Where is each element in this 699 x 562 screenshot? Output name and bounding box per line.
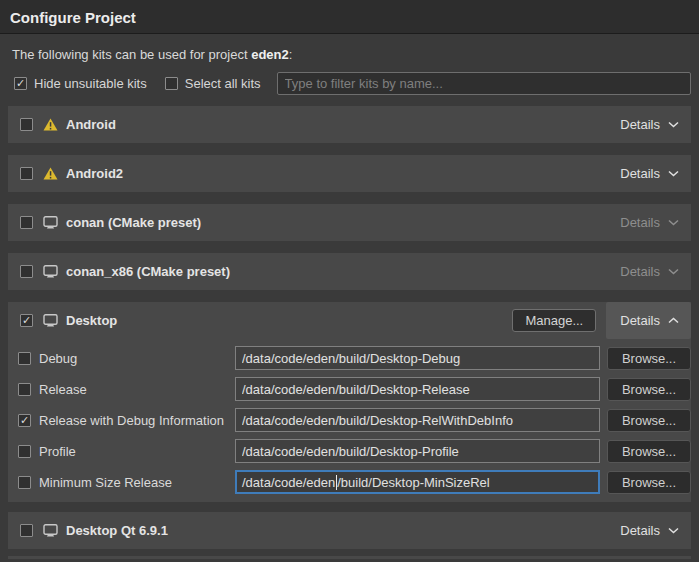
kit-name: Android [66, 117, 116, 132]
kit-name: conan_x86 (CMake preset) [66, 264, 230, 279]
kit-row-android: Android Details [8, 106, 691, 143]
details-button-disabled: Details [606, 204, 691, 241]
browse-button[interactable]: Browse... [607, 378, 691, 401]
monitor-icon [43, 314, 58, 327]
checkbox-unchecked-icon [18, 383, 31, 396]
details-button[interactable]: Details [606, 106, 691, 143]
checkbox-checked-icon [18, 414, 31, 427]
kit-name: Desktop [66, 313, 117, 328]
details-label: Details [620, 523, 660, 538]
checkbox-checked-icon [14, 77, 27, 90]
kit-name: Desktop Qt 6.9.1 [66, 523, 168, 538]
details-button-disabled: Details [606, 253, 691, 290]
project-name: eden2 [251, 47, 289, 62]
path-before-cursor: /data/code/eden [242, 475, 335, 490]
details-label: Details [620, 313, 660, 328]
details-button[interactable]: Details [606, 512, 691, 549]
intro-text: The following kits can be used for proje… [12, 47, 699, 62]
kit-checkbox[interactable] [20, 118, 33, 131]
checkbox-unchecked-icon [18, 445, 31, 458]
warning-icon [43, 167, 58, 180]
chevron-up-icon [668, 317, 679, 324]
config-row-release: Release Browse... [8, 377, 691, 401]
config-label: Release with Debug Information [39, 413, 224, 428]
path-after-cursor: /build/Desktop-MinSizeRel [337, 475, 489, 490]
build-dir-input[interactable] [235, 439, 600, 463]
kit-row-desktop: Desktop Manage... Details [8, 302, 691, 339]
page-title: Configure Project [10, 9, 689, 26]
warning-icon [43, 118, 58, 131]
select-all-kits-checkbox[interactable]: Select all kits [165, 76, 261, 91]
partial-next-kit-row [8, 556, 691, 559]
build-dir-input[interactable] [235, 346, 600, 370]
kit-checkbox[interactable] [20, 524, 33, 537]
config-row-debug: Debug Browse... [8, 346, 691, 370]
kit-filter-input[interactable] [277, 72, 691, 95]
hide-unsuitable-kits-label: Hide unsuitable kits [34, 76, 147, 91]
build-dir-input[interactable] [235, 408, 600, 432]
config-checkbox-group[interactable]: Debug [18, 351, 235, 366]
hide-unsuitable-kits-checkbox[interactable]: Hide unsuitable kits [14, 76, 147, 91]
config-label: Debug [39, 351, 77, 366]
details-button[interactable]: Details [606, 155, 691, 192]
browse-button[interactable]: Browse... [607, 440, 691, 463]
select-all-kits-label: Select all kits [185, 76, 261, 91]
checkbox-unchecked-icon [165, 77, 178, 90]
details-label: Details [620, 166, 660, 181]
config-checkbox-group[interactable]: Minimum Size Release [18, 475, 235, 490]
build-dir-input-focused[interactable]: /data/code/eden/build/Desktop-MinSizeRel [235, 470, 600, 494]
chevron-down-icon [668, 219, 679, 226]
kit-row-desktop-qt-691: Desktop Qt 6.9.1 Details [8, 512, 691, 549]
chevron-down-icon [668, 268, 679, 275]
kit-row-android2: Android2 Details [8, 155, 691, 192]
kit-checkbox[interactable] [20, 216, 33, 229]
config-row-relwithdebinfo: Release with Debug Information Browse... [8, 408, 691, 432]
details-label: Details [620, 215, 660, 230]
config-checkbox-group[interactable]: Release [18, 382, 235, 397]
build-config-list: Debug Browse... Release Browse... Releas… [8, 339, 691, 494]
config-label: Profile [39, 444, 76, 459]
config-label: Minimum Size Release [39, 475, 172, 490]
build-dir-input[interactable] [235, 377, 600, 401]
config-checkbox-group[interactable]: Release with Debug Information [18, 413, 235, 428]
kit-panel-desktop: Desktop Manage... Details Debug Browse..… [8, 302, 691, 502]
intro-suffix: : [289, 47, 293, 62]
config-checkbox-group[interactable]: Profile [18, 444, 235, 459]
details-label: Details [620, 117, 660, 132]
browse-button[interactable]: Browse... [607, 347, 691, 370]
page-header: Configure Project [0, 0, 699, 34]
kit-name: conan (CMake preset) [66, 215, 201, 230]
kit-checkbox[interactable] [20, 314, 33, 327]
kit-row-conan-x86: conan_x86 (CMake preset) Details [8, 253, 691, 290]
kit-row-conan: conan (CMake preset) Details [8, 204, 691, 241]
chevron-down-icon [668, 170, 679, 177]
chevron-down-icon [668, 527, 679, 534]
browse-button[interactable]: Browse... [607, 471, 691, 494]
details-label: Details [620, 264, 660, 279]
details-button[interactable]: Details [606, 302, 691, 339]
config-row-minsizerel: Minimum Size Release /data/code/eden/bui… [8, 470, 691, 494]
checkbox-unchecked-icon [18, 352, 31, 365]
monitor-icon [43, 265, 58, 278]
config-label: Release [39, 382, 87, 397]
kit-checkbox[interactable] [20, 167, 33, 180]
monitor-icon [43, 216, 58, 229]
chevron-down-icon [668, 121, 679, 128]
monitor-icon [43, 524, 58, 537]
filter-controls: Hide unsuitable kits Select all kits [14, 72, 691, 95]
manage-kits-button[interactable]: Manage... [512, 309, 596, 332]
kit-list: Android Details Android2 Details conan (… [0, 106, 699, 559]
config-row-profile: Profile Browse... [8, 439, 691, 463]
kit-name: Android2 [66, 166, 123, 181]
intro-prefix: The following kits can be used for proje… [12, 47, 251, 62]
kit-checkbox[interactable] [20, 265, 33, 278]
checkbox-unchecked-icon [18, 476, 31, 489]
browse-button[interactable]: Browse... [607, 409, 691, 432]
